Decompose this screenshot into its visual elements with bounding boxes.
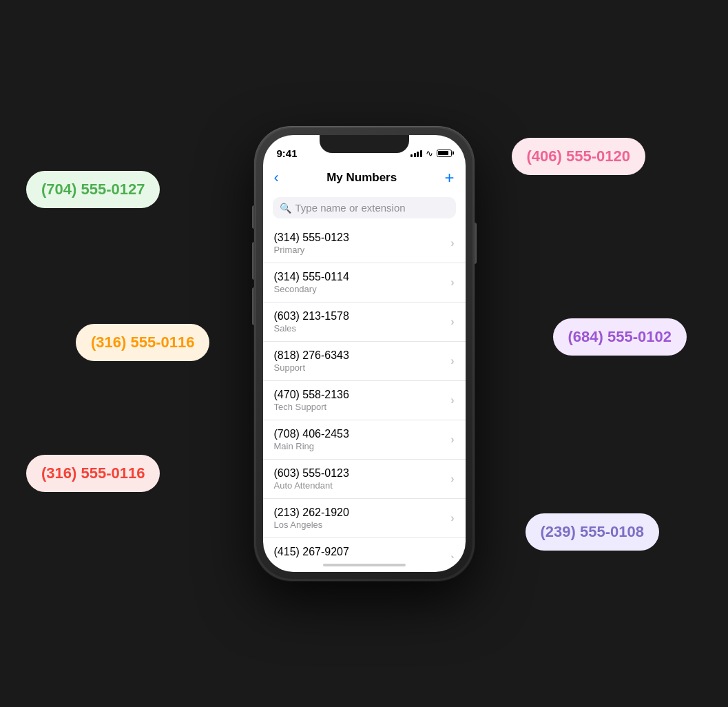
item-number: (314) 555-0114 xyxy=(274,271,451,283)
status-time: 9:41 xyxy=(277,147,298,159)
phone-inner: 9:41 ∿ xyxy=(256,128,472,579)
chevron-right-icon: › xyxy=(450,551,454,558)
signal-bars-icon xyxy=(410,149,422,157)
item-label: Main Ring xyxy=(274,441,451,451)
chevron-right-icon: › xyxy=(450,237,454,249)
chevron-right-icon: › xyxy=(450,276,454,289)
item-label: Sales xyxy=(274,323,451,334)
item-label: Tech Support xyxy=(274,402,451,412)
list-item[interactable]: (818) 276-6343 Support › xyxy=(263,342,466,381)
notch xyxy=(320,135,409,153)
search-bar[interactable]: 🔍 Type name or extension xyxy=(273,197,456,218)
list-item[interactable]: (314) 555-0114 Secondary › xyxy=(263,263,466,303)
home-indicator xyxy=(263,558,466,572)
power-button xyxy=(474,223,477,264)
item-info: (603) 213-1578 Sales xyxy=(274,310,451,334)
signal-bar-3 xyxy=(417,152,419,157)
search-container: 🔍 Type name or extension xyxy=(263,193,466,224)
list-item[interactable]: (213) 262-1920 Los Angeles › xyxy=(263,499,466,538)
item-info: (708) 406-2453 Main Ring xyxy=(274,428,451,451)
item-info: (818) 276-6343 Support xyxy=(274,349,451,373)
item-number: (603) 213-1578 xyxy=(274,310,451,322)
item-number: (415) 267-9207 xyxy=(274,546,451,558)
nav-bar: ‹ My Numbers + xyxy=(263,165,466,193)
item-info: (470) 558-2136 Tech Support xyxy=(274,389,451,412)
battery-icon xyxy=(437,150,452,157)
chevron-right-icon: › xyxy=(450,433,454,446)
item-info: (314) 555-0123 Primary xyxy=(274,232,451,255)
item-label: Auto Attendant xyxy=(274,480,451,491)
add-button[interactable]: + xyxy=(444,168,454,187)
volume-down-button xyxy=(252,287,255,325)
chevron-right-icon: › xyxy=(450,394,454,407)
item-info: (213) 262-1920 Los Angeles xyxy=(274,506,451,530)
bubble-purple: (684) 555-0102 xyxy=(553,318,687,356)
list-item[interactable]: (603) 213-1578 Sales › xyxy=(263,303,466,342)
bubble-orange: (316) 555-0116 xyxy=(76,324,209,361)
item-label: Primary xyxy=(274,245,451,255)
battery-fill xyxy=(438,151,448,155)
search-icon: 🔍 xyxy=(280,203,291,214)
item-number: (818) 276-6343 xyxy=(274,349,451,362)
item-number: (213) 262-1920 xyxy=(274,506,451,519)
signal-bar-4 xyxy=(420,150,422,157)
wifi-icon: ∿ xyxy=(426,148,433,158)
page-title: My Numbers xyxy=(326,171,397,185)
list-item[interactable]: (314) 555-0123 Primary › xyxy=(263,224,466,263)
home-bar xyxy=(323,564,406,566)
item-number: (708) 406-2453 xyxy=(274,428,451,440)
item-info: (415) 267-9207 San Francisco xyxy=(274,546,451,558)
phone-screen: 9:41 ∿ xyxy=(263,135,466,572)
back-button[interactable]: ‹ xyxy=(274,169,279,187)
bubble-red: (316) 555-0116 xyxy=(26,455,160,492)
list-item[interactable]: (603) 555-0123 Auto Attendant › xyxy=(263,460,466,499)
item-number: (314) 555-0123 xyxy=(274,232,451,244)
chevron-right-icon: › xyxy=(450,355,454,367)
item-info: (603) 555-0123 Auto Attendant xyxy=(274,467,451,491)
search-placeholder: Type name or extension xyxy=(295,202,406,214)
status-icons: ∿ xyxy=(410,148,452,158)
item-label: Support xyxy=(274,362,451,373)
item-number: (603) 555-0123 xyxy=(274,467,451,480)
item-info: (314) 555-0114 Secondary xyxy=(274,271,451,294)
phone-device: 9:41 ∿ xyxy=(254,126,475,581)
signal-bar-2 xyxy=(414,153,416,157)
item-number: (470) 558-2136 xyxy=(274,389,451,401)
list-item[interactable]: (415) 267-9207 San Francisco › xyxy=(263,538,466,558)
bubble-pink: (406) 555-0120 xyxy=(512,138,645,175)
list-item[interactable]: (470) 558-2136 Tech Support › xyxy=(263,381,466,420)
volume-up-button xyxy=(252,242,255,280)
bubble-green: (704) 555-0127 xyxy=(26,171,160,208)
item-label: Los Angeles xyxy=(274,520,451,530)
item-label: Secondary xyxy=(274,284,451,294)
chevron-right-icon: › xyxy=(450,316,454,328)
numbers-list: (314) 555-0123 Primary › (314) 555-0114 … xyxy=(263,224,466,558)
scene: (704) 555-0127 (406) 555-0120 (316) 555-… xyxy=(0,0,728,707)
mute-button xyxy=(252,205,255,229)
chevron-right-icon: › xyxy=(450,512,454,524)
chevron-right-icon: › xyxy=(450,473,454,485)
signal-bar-1 xyxy=(410,154,413,157)
list-item[interactable]: (708) 406-2453 Main Ring › xyxy=(263,420,466,460)
bubble-lavender: (239) 555-0108 xyxy=(526,513,659,551)
